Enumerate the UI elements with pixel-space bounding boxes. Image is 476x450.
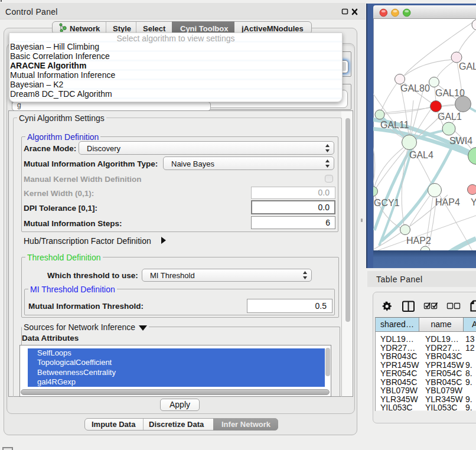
svg-text:GAL1: GAL1 xyxy=(438,112,462,122)
svg-text:GAL10: GAL10 xyxy=(435,88,465,98)
svg-text:GCY1: GCY1 xyxy=(374,198,400,208)
svg-text:GAL80: GAL80 xyxy=(400,83,430,93)
svg-text:SWI4: SWI4 xyxy=(449,136,472,146)
svg-text:HAP4: HAP4 xyxy=(435,197,460,207)
svg-text:Y: Y xyxy=(471,197,476,207)
svg-text:HAP2: HAP2 xyxy=(406,236,431,246)
svg-text:GAL11: GAL11 xyxy=(380,120,409,130)
svg-text:GAL4: GAL4 xyxy=(409,150,433,160)
svg-text:GAL: GAL xyxy=(459,61,476,71)
